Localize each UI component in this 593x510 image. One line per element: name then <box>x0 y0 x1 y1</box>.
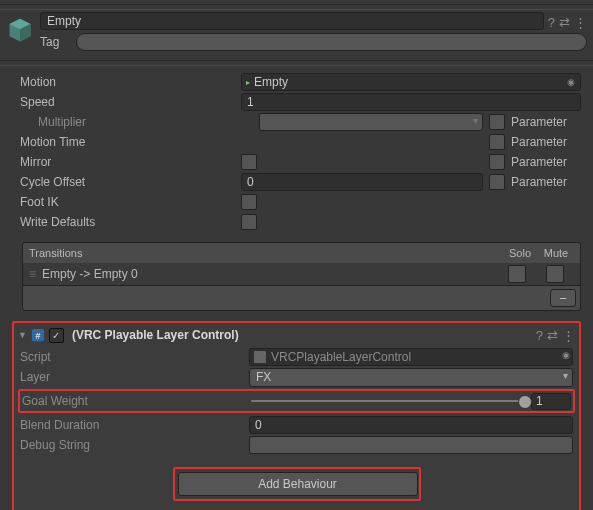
transition-row[interactable]: ≡ Empty -> Empty 0 <box>23 263 580 285</box>
preset-icon[interactable]: ⇄ <box>559 16 570 29</box>
script-file-icon <box>254 351 266 363</box>
add-behaviour-label: Add Behaviour <box>258 477 337 491</box>
write-defaults-checkbox[interactable] <box>241 214 257 230</box>
cycle-offset-param-checkbox[interactable] <box>489 174 505 190</box>
preset-icon[interactable]: ⇄ <box>547 328 558 343</box>
motion-time-label: Motion Time <box>20 135 235 149</box>
mute-checkbox[interactable] <box>546 265 564 283</box>
script-field[interactable]: VRCPlayableLayerControl ◉ <box>249 348 573 366</box>
blend-duration-input[interactable] <box>249 416 573 434</box>
cycle-offset-input[interactable] <box>241 173 483 191</box>
script-label: Script <box>20 350 245 364</box>
tag-field[interactable] <box>76 33 587 51</box>
component-vrc-playable-layer-control: ▼ # ✓ (VRC Playable Layer Control) ? ⇄ ⋮… <box>12 321 581 510</box>
object-picker-icon[interactable]: ◉ <box>564 76 578 88</box>
mirror-param-checkbox[interactable] <box>489 154 505 170</box>
tag-label: Tag <box>40 35 72 49</box>
goal-weight-input[interactable] <box>531 393 571 410</box>
parameter-label: Parameter <box>511 135 581 149</box>
add-behaviour-button[interactable]: Add Behaviour <box>178 472 418 496</box>
parameter-label: Parameter <box>511 115 581 129</box>
layer-value: FX <box>256 370 271 384</box>
foot-ik-checkbox[interactable] <box>241 194 257 210</box>
mute-column: Mute <box>538 247 574 259</box>
menu-icon[interactable]: ⋮ <box>574 16 587 29</box>
motion-value: Empty <box>254 75 288 89</box>
state-icon <box>6 16 34 44</box>
solo-checkbox[interactable] <box>508 265 526 283</box>
component-enabled-checkbox[interactable]: ✓ <box>49 328 64 343</box>
transitions-title: Transitions <box>29 247 502 259</box>
foot-ik-label: Foot IK <box>20 195 235 209</box>
speed-label: Speed <box>20 95 235 109</box>
help-icon[interactable]: ? <box>548 16 555 29</box>
script-value: VRCPlayableLayerControl <box>271 350 411 364</box>
parameter-label: Parameter <box>511 155 581 169</box>
goal-weight-label: Goal Weight <box>22 394 247 408</box>
write-defaults-label: Write Defaults <box>20 215 235 229</box>
remove-transition-button[interactable]: − <box>550 289 576 307</box>
parameter-label: Parameter <box>511 175 581 189</box>
goal-weight-slider[interactable] <box>251 394 525 408</box>
script-icon: # <box>31 328 45 342</box>
mirror-label: Mirror <box>20 155 235 169</box>
motion-field[interactable]: ▸ Empty ◉ <box>241 73 581 91</box>
object-picker-icon[interactable]: ◉ <box>562 350 570 360</box>
multiplier-param-checkbox[interactable] <box>489 114 505 130</box>
solo-column: Solo <box>502 247 538 259</box>
mirror-checkbox[interactable] <box>241 154 257 170</box>
multiplier-dropdown[interactable] <box>259 113 483 131</box>
layer-dropdown[interactable]: FX <box>249 368 573 387</box>
foldout-icon[interactable]: ▼ <box>18 330 27 340</box>
component-menu-icon[interactable]: ⋮ <box>562 328 575 343</box>
layer-label: Layer <box>20 370 245 384</box>
debug-string-label: Debug String <box>20 438 245 452</box>
transition-label: Empty -> Empty 0 <box>42 267 498 281</box>
transitions-list: Transitions Solo Mute ≡ Empty -> Empty 0… <box>22 242 581 311</box>
speed-input[interactable] <box>241 93 581 111</box>
drag-handle-icon[interactable]: ≡ <box>29 267 36 281</box>
blend-duration-label: Blend Duration <box>20 418 245 432</box>
multiplier-label: Multiplier <box>20 115 253 129</box>
state-name-input[interactable] <box>40 12 544 30</box>
svg-text:#: # <box>35 331 40 341</box>
motion-time-param-checkbox[interactable] <box>489 134 505 150</box>
component-title: (VRC Playable Layer Control) <box>72 328 532 342</box>
motion-label: Motion <box>20 75 235 89</box>
cycle-offset-label: Cycle Offset <box>20 175 235 189</box>
debug-string-input[interactable] <box>249 436 573 454</box>
help-icon[interactable]: ? <box>536 328 543 343</box>
